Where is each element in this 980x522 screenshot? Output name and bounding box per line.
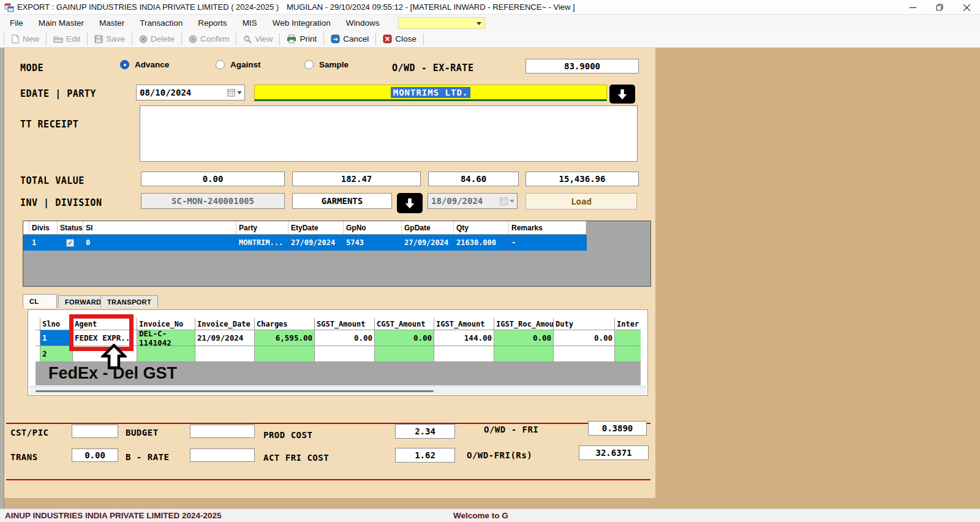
exrate-field[interactable]: 83.9000: [526, 59, 639, 74]
grid2-cell: [494, 346, 554, 362]
close-button[interactable]: Close: [377, 32, 422, 45]
tab-cl[interactable]: CL: [23, 294, 57, 308]
radio-against[interactable]: Against: [216, 60, 261, 69]
confirm-button[interactable]: Confirm: [183, 32, 235, 45]
edate-picker[interactable]: 08/10/2024: [136, 85, 245, 100]
cancel-icon: [331, 34, 340, 44]
grid2-cell: [315, 346, 375, 362]
grid2-cell: [255, 346, 315, 362]
close-icon: [383, 34, 392, 44]
new-page-icon: [11, 34, 20, 44]
status-welcome: Welcome to G: [453, 511, 508, 520]
grid2-col-header[interactable]: Duty: [554, 318, 615, 330]
save-button[interactable]: Save: [89, 32, 130, 45]
menu-windows[interactable]: Windows: [346, 18, 380, 28]
grid1-col-header[interactable]: Divis: [29, 221, 58, 235]
budget-field[interactable]: [190, 425, 255, 438]
division-lookup-button[interactable]: [397, 193, 423, 213]
grid2-cell: [434, 346, 494, 362]
grid1-col-header[interactable]: Remarks: [509, 221, 586, 235]
grid1-col-header[interactable]: Status: [58, 221, 83, 235]
invoice-no-field[interactable]: SC-MON-240001005: [141, 193, 285, 209]
chevron-down-icon: [237, 91, 242, 94]
total-value-1[interactable]: 0.00: [141, 172, 285, 186]
total-value-3[interactable]: 84.60: [428, 172, 519, 186]
cancel-button[interactable]: Cancel: [325, 32, 374, 45]
inv-date-picker[interactable]: 18/09/2024: [428, 193, 518, 209]
total-value-4[interactable]: 15,436.96: [526, 172, 639, 186]
calendar-icon: [227, 89, 244, 97]
menu-master[interactable]: Master: [99, 18, 124, 28]
print-button[interactable]: Print: [281, 32, 322, 45]
grid1-col-header[interactable]: EtyDate: [288, 221, 344, 235]
tt-receipt-label: TT RECEIPT: [20, 119, 78, 130]
menu-main-master[interactable]: Main Master: [39, 18, 84, 28]
grid2-col-header[interactable]: Inter: [615, 318, 641, 330]
grid2-cell: 21/09/2024: [195, 330, 255, 346]
restore-button[interactable]: [926, 0, 953, 15]
grid2-col-header[interactable]: SGST_Amount: [315, 318, 375, 330]
radio-sample[interactable]: Sample: [304, 60, 349, 69]
grid2-col-header[interactable]: Slno: [40, 318, 73, 330]
owd-fri-rs-field[interactable]: 32.6371: [579, 445, 649, 460]
division-field[interactable]: GARMENTS: [292, 193, 392, 209]
minimize-button[interactable]: [899, 0, 926, 15]
edit-button[interactable]: Edit: [48, 32, 86, 45]
b-rate-field[interactable]: [190, 448, 255, 462]
grid2-cell: [137, 346, 195, 362]
grid2-col-header[interactable]: Invoice_No: [137, 318, 195, 330]
owd-fri-field[interactable]: 0.3890: [588, 421, 647, 436]
grid1-col-header[interactable]: Sl: [83, 221, 236, 235]
delete-circle-icon: [139, 35, 148, 44]
radio-advance[interactable]: Advance: [120, 60, 169, 69]
toolbar-separator: [323, 33, 324, 45]
grid1-col-header[interactable]: Party: [236, 221, 288, 235]
party-field[interactable]: MONTRIMS LTD.: [254, 85, 607, 101]
grid1-row-stub: [23, 221, 29, 235]
scrollbar-thumb[interactable]: [36, 390, 434, 392]
total-value-2[interactable]: 182.47: [292, 172, 421, 186]
menu-transaction[interactable]: Transaction: [140, 18, 183, 28]
cst-pic-field[interactable]: [72, 425, 118, 438]
floppy-icon: [94, 35, 103, 44]
new-button[interactable]: New: [6, 32, 45, 45]
grid2-col-header[interactable]: Charges: [255, 318, 315, 330]
delete-button[interactable]: Delete: [134, 32, 180, 45]
grid2-cell: 0.00: [494, 330, 554, 346]
grid1-selected-row[interactable]: 1 ✓ 0 MONTRIM... 27/09/2024 5743 27/09/2…: [23, 235, 587, 251]
window-title: EXPORT : GAINUP INDUSTRIES INDIA PRIVATE…: [17, 2, 279, 12]
tab-transport[interactable]: TRANSPORT: [100, 295, 158, 308]
grid2-col-header[interactable]: IGST_Amount: [434, 318, 494, 330]
grid2-row-stub: [36, 318, 40, 330]
grid1-col-header[interactable]: GpNo: [344, 221, 402, 235]
menu-file[interactable]: File: [10, 18, 23, 28]
toolbar-separator: [46, 33, 47, 45]
grid2-cell: [615, 346, 641, 362]
radio-icon: [120, 60, 129, 69]
checked-checkbox-icon[interactable]: ✓: [66, 239, 74, 247]
tt-receipt-textarea[interactable]: [140, 105, 638, 162]
prod-cost-field[interactable]: 2.34: [395, 424, 455, 439]
grid1-col-header[interactable]: GpDate: [402, 221, 454, 235]
menu-reports[interactable]: Reports: [198, 18, 227, 28]
party-lookup-button[interactable]: [609, 85, 635, 104]
grid2-cell: 0.00: [554, 330, 615, 346]
owd-fri-label: O/WD - FRI: [484, 425, 538, 434]
grid2-hscrollbar[interactable]: [29, 386, 646, 395]
grid1-col-header[interactable]: Qty: [454, 221, 509, 235]
quick-search-combobox[interactable]: [398, 17, 485, 29]
owd-fri-rs-label: O/WD-FRI(Rs): [467, 450, 532, 460]
menu-mis[interactable]: MIS: [243, 18, 257, 28]
view-button[interactable]: View: [238, 32, 278, 45]
close-window-button[interactable]: [953, 0, 980, 15]
load-button[interactable]: Load: [526, 193, 637, 210]
grid2-col-header[interactable]: CGST_Amount: [375, 318, 434, 330]
grid2-col-header[interactable]: IGST_Roc_Amou: [494, 318, 554, 330]
menu-web-integration[interactable]: Web Integration: [273, 18, 331, 28]
act-fri-cost-field[interactable]: 1.62: [395, 448, 455, 463]
trans-field[interactable]: 0.00: [72, 448, 118, 462]
status-company: AINUP INDUSTRIES INDIA PRIVATE LIMITED 2…: [5, 511, 222, 520]
grid2-col-header[interactable]: Invoice_Date: [195, 318, 255, 330]
reference-grid[interactable]: Divis Status Sl Party EtyDate GpNo GpDat…: [23, 221, 651, 287]
grid2-cell: DEL-C-1141042: [137, 330, 195, 346]
